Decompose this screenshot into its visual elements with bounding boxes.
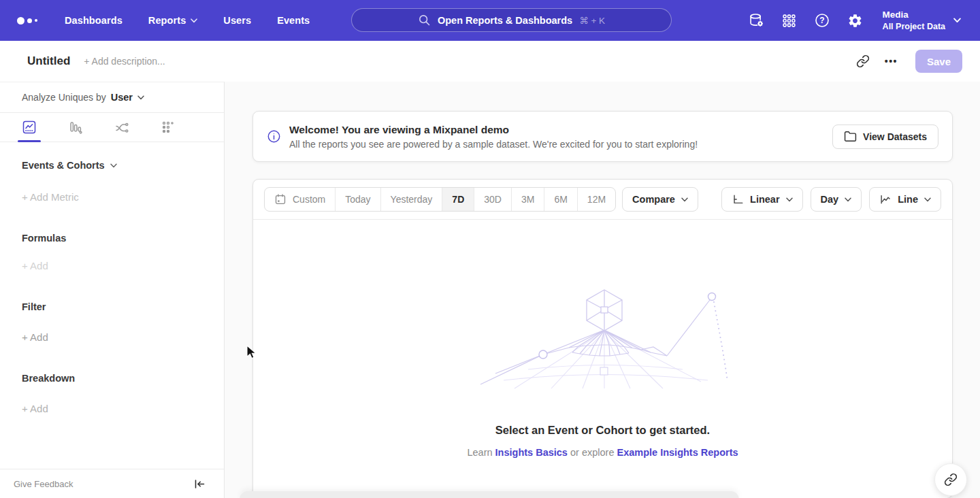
primary-nav: Dashboards Reports Users Events [65,15,310,26]
chevron-down-icon [953,18,961,23]
search-placeholder: Open Reports & Dashboards [438,15,572,26]
chevron-down-icon [681,197,688,202]
compare-button[interactable]: Compare [622,187,698,212]
chevron-down-icon [137,95,144,100]
svg-text:?: ? [819,16,824,25]
empty-state-links: Learn Insights Basics or explore Example… [467,447,738,458]
calendar-icon [274,193,287,205]
insights-chart-icon [22,120,37,135]
scale-dropdown[interactable]: Linear [721,187,803,212]
top-nav: Dashboards Reports Users Events Open Rep… [0,0,980,41]
breakdown-section: Breakdown [22,373,202,384]
analyze-entity-dropdown[interactable]: User [111,92,144,103]
date-range-today[interactable]: Today [335,188,380,211]
welcome-banner: Welcome! You are viewing a Mixpanel demo… [252,111,953,162]
chevron-down-icon [110,163,117,168]
chevron-down-icon [786,197,793,202]
project-switcher[interactable]: Media All Project Data [883,9,961,32]
bottom-panel-peek[interactable] [240,491,739,498]
add-filter-button[interactable]: + Add [22,331,202,343]
global-search[interactable]: Open Reports & Dashboards ⌘ + K [351,8,672,32]
settings-gear-icon[interactable] [847,13,863,29]
report-actions: ••• Save [856,50,962,73]
query-builder-sidebar: Analyze Uniques by User [0,82,225,498]
date-range-30d[interactable]: 30D [474,188,511,211]
example-insights-reports-link[interactable]: Example Insights Reports [617,447,738,458]
nav-utilities: ? Media All Project Data [748,0,980,41]
collapse-sidebar-icon[interactable] [194,479,205,489]
linear-axes-icon [732,193,744,205]
folder-icon [844,131,857,142]
search-shortcut: ⌘ + K [579,15,605,26]
add-breakdown-button[interactable]: + Add [22,403,202,414]
mixpanel-logo-icon[interactable] [17,17,37,24]
view-datasets-button[interactable]: View Datasets [832,124,938,149]
data-management-icon[interactable] [748,12,764,29]
insights-basics-link[interactable]: Insights Basics [495,447,568,458]
tab-retention[interactable] [161,113,176,142]
retention-dots-icon [161,120,176,135]
date-range-yesterday[interactable]: Yesterday [380,188,442,211]
help-icon[interactable]: ? [814,12,830,29]
report-header: Untitled + Add description... ••• Save [0,41,980,82]
report-description-placeholder[interactable]: + Add description... [84,56,165,67]
date-range-3m[interactable]: 3M [511,188,544,211]
chart-type-dropdown[interactable]: Line [869,187,941,212]
info-icon [267,129,281,144]
link-icon [944,473,958,486]
chevron-down-icon [191,18,197,23]
events-cohorts-section[interactable]: Events & Cohorts [22,160,202,171]
date-range-7d[interactable]: 7D [442,188,474,211]
project-name: Media [883,9,945,21]
chevron-down-icon [924,197,931,202]
insights-chart-card: Custom Today Yesterday 7D 30D 3M 6M 12M … [252,179,953,498]
add-formula-button[interactable]: + Add [22,260,202,271]
chart-empty-state: Select an Event or Cohort to get started… [253,220,952,458]
date-range-custom[interactable]: Custom [265,188,335,211]
share-link-fab[interactable] [934,463,967,496]
banner-subtitle: All the reports you see are powered by a… [289,139,698,150]
main-content: Welcome! You are viewing a Mixpanel demo… [225,82,980,498]
nav-item-dashboards[interactable]: Dashboards [65,15,122,26]
date-range-12m[interactable]: 12M [577,188,615,211]
nav-item-users[interactable]: Users [223,15,251,26]
project-scope: All Project Data [883,21,945,32]
formulas-section: Formulas [22,233,202,244]
tab-insights[interactable] [22,113,37,142]
search-icon [418,14,431,27]
save-button[interactable]: Save [915,50,962,73]
empty-state-illustration [475,288,731,390]
copy-link-icon[interactable] [856,54,870,68]
interval-dropdown[interactable]: Day [811,187,862,212]
date-range-picker: Custom Today Yesterday 7D 30D 3M 6M 12M [264,187,616,212]
chevron-down-icon [845,197,851,202]
analyze-row: Analyze Uniques by User [0,82,224,113]
empty-state-title: Select an Event or Cohort to get started… [495,424,710,437]
date-range-6m[interactable]: 6M [544,188,576,211]
analyze-label: Analyze Uniques by [22,92,106,103]
chart-toolbar: Custom Today Yesterday 7D 30D 3M 6M 12M … [253,180,952,220]
filter-section: Filter [22,301,202,312]
give-feedback-link[interactable]: Give Feedback [14,479,73,489]
flows-icon [114,120,129,135]
sidebar-footer: Give Feedback [0,469,224,498]
apps-grid-icon[interactable] [781,13,797,29]
line-chart-icon [879,193,892,205]
tab-funnels[interactable] [68,113,83,142]
more-options-icon[interactable]: ••• [885,56,898,67]
report-title[interactable]: Untitled [27,54,70,68]
nav-item-reports[interactable]: Reports [148,15,198,26]
report-type-tabs [0,113,224,142]
add-metric-button[interactable]: + Add Metric [22,191,202,203]
sidebar-sections: Events & Cohorts + Add Metric Formulas +… [0,160,224,414]
banner-title: Welcome! You are viewing a Mixpanel demo [289,124,698,136]
nav-item-events[interactable]: Events [277,15,310,26]
tab-flows[interactable] [114,113,129,142]
bar-chart-icon [68,120,83,135]
